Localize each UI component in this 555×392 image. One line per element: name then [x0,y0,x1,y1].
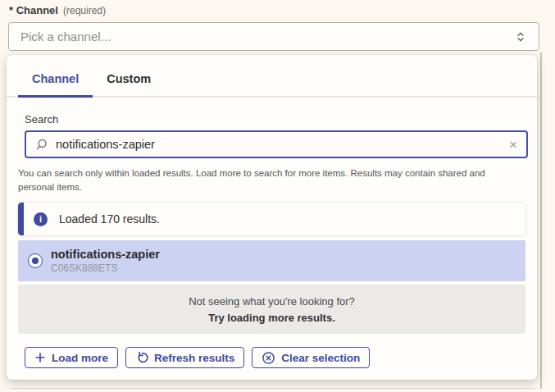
result-id: C06SK888ETS [51,262,160,274]
search-input[interactable] [56,138,501,151]
load-more-hint: Not seeing what you're looking for? Try … [18,285,525,334]
refresh-results-button[interactable]: Refresh results [125,347,244,368]
clear-selection-label: Clear selection [281,352,360,364]
hint-line2: Try loading more results. [208,312,335,324]
next-field-top-edge [10,388,535,392]
required-hint: (required) [63,5,106,16]
load-more-label: Load more [52,352,108,364]
loaded-results-alert: i Loaded 170 results. [18,203,525,235]
dropdown-actions: Load more Refresh results Clear selectio… [25,347,525,368]
refresh-results-label: Refresh results [154,352,234,364]
channel-select[interactable]: Pick a channel... [8,22,539,51]
refresh-icon [135,351,148,364]
search-label: Search [25,113,525,125]
radio-selected-icon[interactable] [28,253,43,268]
radio-dot [32,258,39,264]
channel-select-placeholder: Pick a channel... [20,30,514,43]
dropdown-tabs: Channel Custom [7,55,537,98]
tab-channel[interactable]: Channel [18,72,93,96]
search-input-box[interactable]: × [25,130,528,158]
channel-field-label-text: * Channel [9,4,58,16]
tab-custom[interactable]: Custom [93,72,165,96]
clear-circle-icon [262,351,275,365]
dropdown-body: Search × You can search only within load… [7,113,537,368]
search-icon [35,139,48,151]
load-more-button[interactable]: Load more [25,347,118,368]
info-icon: i [34,212,48,226]
chevron-updown-icon [514,30,527,43]
result-texts: notifications-zapier C06SK888ETS [51,248,160,274]
tab-custom-label: Custom [107,72,151,85]
alert-text: Loaded 170 results. [59,212,160,226]
channel-dropdown-panel: Channel Custom Search × You can search o… [7,55,537,380]
channel-field-label: * Channel(required) [9,4,106,16]
page-scrollbar[interactable] [540,52,542,389]
hint-line1: Not seeing what you're looking for? [189,295,355,308]
plus-icon [34,352,46,363]
clear-selection-button[interactable]: Clear selection [252,347,370,368]
result-title: notifications-zapier [51,248,160,262]
result-row-notifications-zapier[interactable]: notifications-zapier C06SK888ETS [18,240,525,281]
alert-accent-bar [18,203,24,235]
tab-channel-label: Channel [32,72,79,85]
clear-search-icon[interactable]: × [509,138,517,152]
search-help-text: You can search only within loaded result… [18,166,507,194]
